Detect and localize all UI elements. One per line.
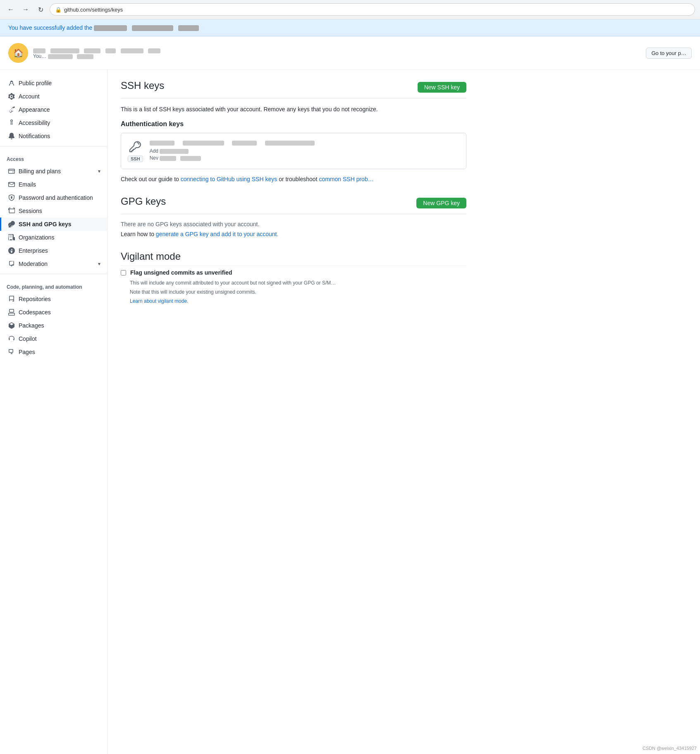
sidebar-item-password[interactable]: Password and authentication	[0, 191, 107, 204]
ssh-key-inner: SSH Add	[121, 133, 466, 169]
sidebar-item-label: Account	[19, 93, 40, 100]
sidebar-item-notifications[interactable]: Notifications	[0, 129, 107, 143]
key-icon	[8, 220, 15, 228]
key-never-blurred-1	[160, 156, 176, 161]
success-banner: You have successfully added the	[0, 19, 700, 36]
main-layout: Public profile Account Appearance Access…	[0, 70, 700, 754]
ssh-section-title: SSH keys	[121, 80, 164, 95]
sidebar-item-label: Enterprises	[19, 247, 48, 254]
sidebar-item-appearance[interactable]: Appearance	[0, 103, 107, 116]
username	[33, 47, 160, 53]
bell-icon	[8, 132, 15, 140]
key-added-meta: Add	[150, 148, 459, 154]
key-never-meta: Nev	[150, 155, 459, 161]
lock-icon: 🔒	[55, 7, 62, 13]
avatar: 🏠	[8, 43, 28, 63]
new-gpg-key-button[interactable]: New GPG key	[416, 198, 466, 208]
sidebar-item-repositories[interactable]: Repositories	[0, 292, 107, 306]
sidebar-item-accessibility[interactable]: Accessibility	[0, 116, 107, 129]
sidebar-item-billing[interactable]: Billing and plans ▾	[0, 165, 107, 178]
ssh-type-badge: SSH	[128, 156, 143, 162]
key-icon-area: SSH	[128, 140, 143, 162]
user-header: 🏠 You… Go to you	[0, 36, 700, 70]
sidebar-item-copilot[interactable]: Copilot	[0, 332, 107, 345]
vigilant-learn-row: Learn about vigilant mode.	[130, 297, 466, 305]
sidebar-item-label: Password and authentication	[19, 194, 93, 201]
gpg-empty-text: There are no GPG keys associated with yo…	[121, 221, 466, 227]
sidebar-item-moderation[interactable]: Moderation ▾	[0, 257, 107, 270]
sidebar-item-label: Public profile	[19, 80, 52, 86]
key-fingerprint-3	[265, 141, 315, 146]
chevron-down-icon: ▾	[98, 168, 100, 174]
ssh-section: SSH keys New SSH key This is a list of S…	[121, 80, 466, 182]
key-fingerprint-2	[232, 141, 257, 146]
forward-button[interactable]: →	[20, 4, 31, 15]
key-name-blurred	[150, 141, 174, 146]
you-label: You…	[33, 53, 160, 59]
gpg-section: GPG keys New GPG key There are no GPG ke…	[121, 196, 466, 237]
key-svg-icon	[129, 140, 142, 153]
browser-bar: ← → ↻ 🔒 github.com/settings/keys	[0, 0, 700, 19]
brush-icon	[8, 106, 15, 113]
banner-blurred-2	[132, 25, 173, 31]
sidebar-item-label: Copilot	[19, 335, 37, 342]
pages-icon	[8, 348, 15, 356]
key-name-row	[150, 140, 459, 146]
vigilant-desc-2: Note that this will include your existin…	[130, 288, 466, 296]
watermark: CSDN @weixin_43415927	[643, 746, 697, 751]
go-to-profile-button[interactable]: Go to your p…	[646, 48, 692, 59]
vigilant-checkbox-label[interactable]: Flag unsigned commits as unverified	[130, 269, 232, 276]
vigilant-checkbox-row: Flag unsigned commits as unverified	[121, 269, 466, 276]
card-icon	[8, 168, 15, 175]
key-fingerprint-1	[183, 141, 224, 146]
sidebar-item-account[interactable]: Account	[0, 90, 107, 103]
key-details: Add Nev	[150, 140, 459, 162]
url-bar[interactable]: 🔒 github.com/settings/keys	[50, 3, 695, 16]
repo-icon	[8, 295, 15, 303]
url-text: github.com/settings/keys	[64, 7, 123, 13]
ssh-key-card: SSH Add	[121, 133, 466, 169]
sidebar-item-enterprises[interactable]: Enterprises	[0, 244, 107, 257]
vigilant-section-title: Vigilant mode	[121, 251, 466, 266]
sidebar-item-public-profile[interactable]: Public profile	[0, 77, 107, 90]
copilot-icon	[8, 335, 15, 342]
vigilant-section: Vigilant mode Flag unsigned commits as u…	[121, 251, 466, 305]
sidebar-item-label: Sessions	[19, 208, 42, 214]
vigilant-checkbox[interactable]	[121, 270, 126, 275]
vigilant-learn-link[interactable]: Learn about vigilant mode.	[130, 298, 188, 304]
sidebar-item-label: Codespaces	[19, 309, 51, 316]
user-info: You…	[33, 47, 160, 59]
banner-blurred-3	[178, 25, 199, 31]
gpg-learn-prefix: Learn how to	[121, 231, 156, 237]
accessibility-icon	[8, 119, 15, 127]
sidebar-item-ssh-gpg[interactable]: SSH and GPG keys	[0, 218, 107, 231]
reload-button[interactable]: ↻	[35, 4, 46, 15]
ssh-description: This is a list of SSH keys associated wi…	[121, 105, 466, 114]
sidebar-item-codespaces[interactable]: Codespaces	[0, 306, 107, 319]
chevron-down-icon-moderation: ▾	[98, 261, 100, 267]
moderation-icon	[8, 260, 15, 268]
sidebar-item-label: Emails	[19, 181, 36, 188]
new-ssh-key-button[interactable]: New SSH key	[418, 82, 466, 93]
sidebar-item-sessions[interactable]: Sessions	[0, 204, 107, 218]
sidebar-item-pages[interactable]: Pages	[0, 345, 107, 359]
ssh-guide-link[interactable]: connecting to GitHub using SSH keys	[181, 176, 277, 182]
gpg-learn-link[interactable]: generate a GPG key and add it to your ac…	[156, 231, 279, 237]
key-never-blurred-2	[180, 156, 201, 161]
sidebar-item-label: Notifications	[19, 133, 50, 139]
shield-icon	[8, 194, 15, 201]
mail-icon	[8, 181, 15, 188]
sidebar-item-packages[interactable]: Packages	[0, 319, 107, 332]
sidebar-item-label: Organizations	[19, 234, 54, 241]
package-icon	[8, 322, 15, 329]
sidebar-item-organizations[interactable]: Organizations	[0, 231, 107, 244]
sidebar-item-emails[interactable]: Emails	[0, 178, 107, 191]
back-button[interactable]: ←	[5, 4, 17, 15]
org-icon	[8, 234, 15, 241]
sidebar-item-label: Packages	[19, 322, 44, 329]
key-added-blurred	[160, 149, 189, 154]
sidebar-item-label: Repositories	[19, 296, 51, 302]
codespaces-icon	[8, 309, 15, 316]
gpg-section-title: GPG keys	[121, 196, 166, 211]
ssh-troubleshoot-link[interactable]: common SSH prob…	[319, 176, 373, 182]
